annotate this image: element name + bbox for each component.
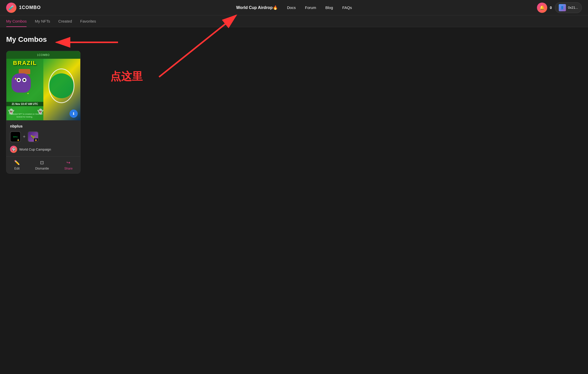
wallet-button[interactable]: 👤 0x21...: [555, 2, 582, 13]
dino-pupil-right: [23, 79, 25, 81]
flag-circle: [48, 68, 74, 103]
campaign-row: ⚽ World Cup Campaign: [10, 146, 77, 153]
ghost-right-icon: 👻: [37, 109, 44, 115]
ghost-left-icon: 👻: [8, 109, 14, 115]
nav-links: World Cup Airdrop🔥 Docs Forum Blog FAQs: [51, 5, 537, 10]
combo-card: 1COMBO BRAZIL: [6, 51, 81, 174]
edit-button[interactable]: ✏️ Edit: [14, 160, 20, 170]
logo-emoji: 🧪: [8, 5, 14, 11]
sparkle-1: ✦: [14, 77, 17, 81]
tab-my-nfts[interactable]: My NFTs: [35, 15, 50, 27]
edit-icon: ✏️: [14, 160, 20, 165]
campaign-name: World Cup Campaign: [19, 147, 51, 151]
share-button[interactable]: ↪ Share: [64, 160, 73, 170]
card-top-bar: 1COMBO: [6, 51, 80, 59]
notification-count: 0: [550, 6, 552, 10]
sparkle-2: ✦: [27, 92, 29, 95]
main-content: My Combos 1COMBO BRAZIL: [0, 27, 588, 182]
card-datetime: 21 Nov 10:47 AM UTC: [6, 102, 43, 106]
brazil-title: BRAZIL: [6, 60, 43, 66]
tab-my-combos[interactable]: My Combos: [6, 15, 27, 27]
download-button[interactable]: ⬇: [70, 110, 78, 118]
combo-card-body: nbplus BRA 🔒 + 🦖 🔒 ⚽ World Cup Campaign: [6, 120, 80, 153]
dino-eye-left: [17, 78, 21, 82]
navbar: 🧪 1COMBO World Cup Airdrop🔥 Docs Forum B…: [0, 0, 588, 15]
bell-icon: 🔔: [540, 5, 545, 10]
nav-blog[interactable]: Blog: [325, 5, 333, 10]
lock-badge-1: 🔒: [16, 138, 20, 142]
notification-area[interactable]: 🔔 0: [537, 3, 552, 13]
share-label: Share: [64, 167, 73, 170]
lock-badge-2: 🔒: [34, 138, 38, 142]
combo-name: nbplus: [10, 124, 77, 128]
dino-pupil: [18, 79, 20, 81]
dismantle-label: Dismantle: [35, 167, 49, 170]
combos-grid: 1COMBO BRAZIL: [6, 51, 582, 174]
dismantle-button[interactable]: ⊡ Dismantle: [35, 160, 49, 170]
nft-icon-brazil: BRA 🔒: [10, 131, 21, 142]
nav-faqs[interactable]: FAQs: [342, 5, 352, 10]
share-icon: ↪: [66, 160, 70, 165]
combo-card-actions: ✏️ Edit ⊡ Dismantle ↪ Share: [6, 156, 80, 173]
dino-character: [12, 69, 37, 97]
brazil-card: 1COMBO BRAZIL: [6, 51, 80, 120]
plus-separator: +: [23, 134, 26, 140]
logo-icon: 🧪: [6, 3, 16, 13]
navbar-right: 🔔 0 👤 0x21...: [537, 2, 582, 13]
download-icon: ⬇: [72, 112, 75, 116]
tabs-bar: My Combos My NFTs Created Favorites: [0, 15, 588, 27]
nft-icons-row: BRA 🔒 + 🦖 🔒: [10, 131, 77, 142]
nav-airdrop[interactable]: World Cup Airdrop🔥: [236, 5, 278, 10]
nft-icon-char: 🦖 🔒: [28, 131, 38, 142]
nav-docs[interactable]: Docs: [287, 5, 296, 10]
campaign-icon: ⚽: [10, 146, 17, 153]
edit-label: Edit: [14, 167, 20, 170]
combo-card-image: 1COMBO BRAZIL: [6, 51, 80, 120]
logo[interactable]: 🧪 1COMBO: [6, 3, 41, 13]
dino-body: [12, 73, 31, 93]
nav-forum[interactable]: Forum: [305, 5, 316, 10]
tab-created[interactable]: Created: [58, 15, 72, 27]
dino-eye-right: [22, 78, 26, 82]
brand-name: 1COMBO: [19, 5, 41, 10]
wallet-icon: 👤: [560, 6, 564, 9]
tab-favorites[interactable]: Favorites: [80, 15, 96, 27]
wallet-avatar: 👤: [559, 4, 566, 11]
dismantle-icon: ⊡: [40, 160, 44, 165]
page-title: My Combos: [6, 35, 582, 44]
wallet-address: 0x21...: [568, 6, 578, 9]
notification-button[interactable]: 🔔: [537, 3, 547, 13]
